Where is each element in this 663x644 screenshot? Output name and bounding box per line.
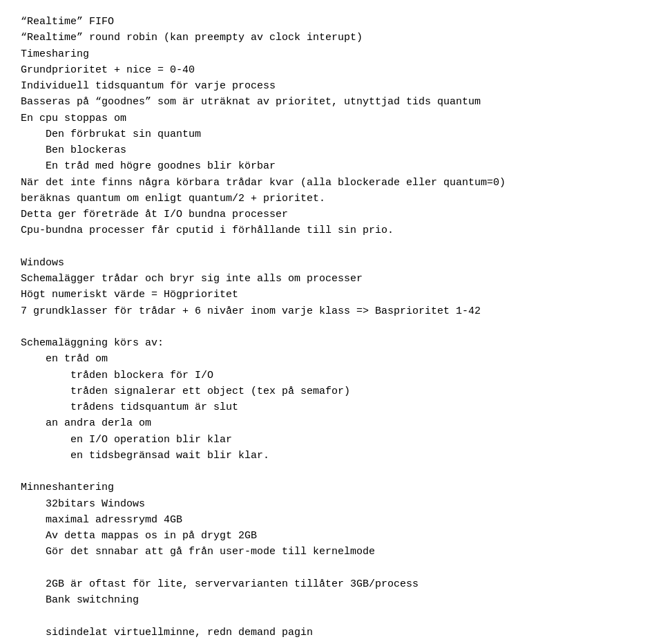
main-content: “Realtime” FIFO “Realtime” round robin (… <box>21 14 642 641</box>
